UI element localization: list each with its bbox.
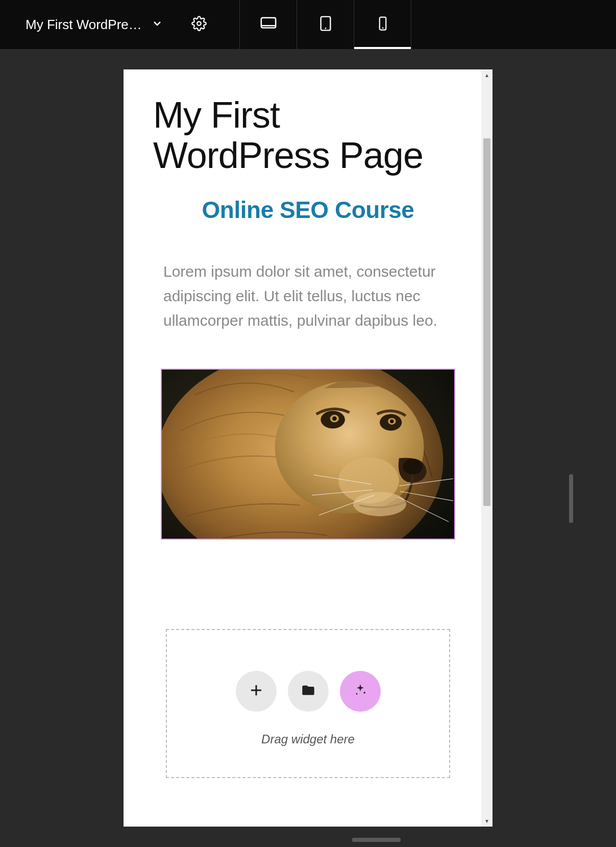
- mobile-content[interactable]: My First WordPress Page Online SEO Cours…: [124, 69, 492, 827]
- scrollbar[interactable]: ▴ ▾: [481, 69, 492, 827]
- svg-point-27: [363, 692, 365, 694]
- lion-image: [162, 370, 454, 539]
- svg-point-16: [403, 459, 423, 474]
- ai-button[interactable]: [340, 671, 381, 712]
- device-tabs: [240, 0, 411, 49]
- resize-handle-right[interactable]: [569, 474, 573, 523]
- canvas-area: My First WordPress Page Online SEO Cours…: [0, 49, 616, 847]
- drop-zone[interactable]: Drag widget here: [166, 629, 450, 778]
- mobile-icon: [375, 16, 390, 33]
- svg-point-15: [390, 420, 394, 424]
- mobile-tab[interactable]: [354, 0, 411, 49]
- image-widget[interactable]: [161, 369, 455, 540]
- svg-rect-1: [261, 18, 275, 28]
- scroll-down-icon[interactable]: ▾: [481, 815, 492, 827]
- gear-icon[interactable]: [191, 16, 207, 33]
- scroll-thumb[interactable]: [483, 138, 490, 506]
- resize-handle-bottom[interactable]: [352, 838, 401, 842]
- top-toolbar: My First WordPre…: [0, 0, 616, 49]
- mobile-preview-frame: My First WordPress Page Online SEO Cours…: [124, 69, 492, 827]
- desktop-icon: [260, 15, 277, 34]
- svg-point-28: [356, 693, 357, 695]
- sparkle-icon: [353, 683, 367, 699]
- svg-point-18: [353, 492, 406, 517]
- seo-heading[interactable]: Online SEO Course: [153, 196, 463, 224]
- svg-point-12: [332, 417, 337, 421]
- plus-icon: [249, 683, 264, 700]
- folder-button[interactable]: [288, 671, 329, 712]
- tablet-tab[interactable]: [297, 0, 354, 49]
- title-section: My First WordPre…: [0, 0, 240, 49]
- page-heading[interactable]: My First WordPress Page: [153, 95, 463, 176]
- scroll-up-icon[interactable]: ▴: [481, 69, 492, 81]
- svg-point-0: [197, 21, 201, 26]
- body-text[interactable]: Lorem ipsum dolor sit amet, consectetur …: [153, 259, 463, 333]
- drop-hint: Drag widget here: [177, 732, 439, 746]
- folder-icon: [301, 683, 315, 699]
- chevron-down-icon[interactable]: [151, 17, 163, 32]
- tablet-icon: [317, 15, 334, 34]
- page-title-truncated: My First WordPre…: [26, 17, 142, 33]
- add-widget-button[interactable]: [236, 671, 277, 712]
- desktop-tab[interactable]: [240, 0, 297, 49]
- drop-buttons: [177, 671, 439, 712]
